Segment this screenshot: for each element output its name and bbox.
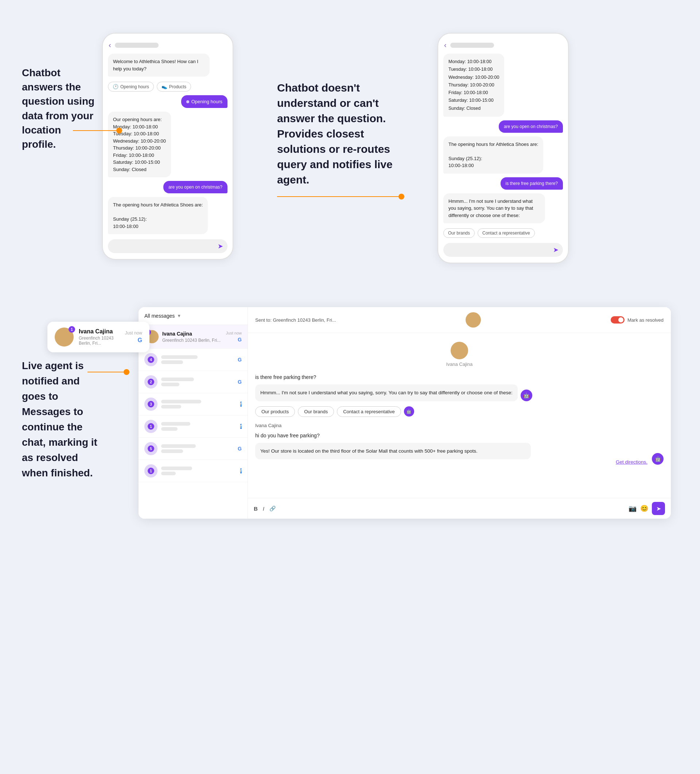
opening-hours-bubble: Our opening hours are: Monday: 10:00-18:…: [108, 112, 171, 177]
msg-row-6[interactable]: 1 f: [139, 460, 248, 482]
dot-indicator: [186, 100, 189, 103]
messages-sidebar: All messages ▼ 1 Ivana Cajina Greenfinch…: [139, 307, 248, 519]
msg-bars-5: [161, 444, 234, 453]
back-arrow-left[interactable]: ‹: [109, 41, 111, 49]
bar-2b: [161, 383, 179, 386]
msg-avatar-4: 1: [144, 420, 157, 433]
bar-1a: [161, 355, 198, 359]
italic-button[interactable]: I: [263, 506, 264, 512]
social-icon-1: G: [238, 357, 242, 362]
quick-reply-products[interactable]: 👟 Products: [157, 82, 191, 91]
quick-reply-representative-chat[interactable]: Contact a representative: [337, 406, 401, 417]
sidebar-header: All messages ▼: [139, 307, 248, 325]
brands-label: Our brands: [448, 230, 470, 236]
chat-input-actions: 📷 😊 ➤: [629, 502, 665, 515]
bot-avatar-qr: 🤖: [404, 406, 414, 417]
msg-row-5[interactable]: 5 G: [139, 438, 248, 460]
bot-avatar-1: 🤖: [521, 390, 532, 401]
msg-row-3[interactable]: 3 f: [139, 393, 248, 415]
chat-area-right: Monday: 10:00-18:00 Tuesday: 10:00-18:00…: [438, 54, 568, 238]
msg-avatar-3: 3: [144, 398, 157, 411]
phone-input-bar-left[interactable]: ➤: [108, 239, 228, 253]
msg-badge-6: 1: [148, 468, 154, 474]
contact-label: Contact a representative: [482, 230, 530, 236]
chat-contact-header: Ivana Cajina: [255, 339, 664, 370]
quick-replies-right: Our brands Contact a representative: [443, 228, 563, 238]
msg-content-4: [161, 422, 237, 431]
send-message-button[interactable]: ➤: [652, 502, 665, 515]
bar-5b: [161, 449, 183, 453]
label-middle-text: Chatbot doesn't understand or can't answ…: [277, 80, 401, 187]
google-icon: G: [138, 337, 142, 344]
phone-mockup-left: ‹ Welcome to Athlethica Shoes! How can I…: [102, 33, 233, 260]
quick-reply-products-label: Products: [169, 84, 186, 89]
bot-reply-row-2: Yes! Our store is located on the third f…: [255, 443, 664, 465]
quick-reply-brands-chat[interactable]: Our brands: [298, 406, 334, 417]
filter-label: All messages: [144, 313, 175, 319]
msg-row-2[interactable]: 2 G: [139, 371, 248, 393]
phone-name-placeholder: [115, 43, 158, 48]
chatbot-label-middle: Chatbot doesn't understand or can't answ…: [277, 80, 401, 197]
quick-reply-brands[interactable]: Our brands: [443, 228, 475, 238]
social-icon-6: f: [240, 468, 242, 473]
toggle-resolved[interactable]: [611, 316, 624, 324]
quick-reply-products-chat[interactable]: Our products: [255, 406, 295, 417]
phone-input-bar-right[interactable]: ➤: [443, 243, 563, 257]
chatbot-label-left: Chatbot answers the question using data …: [22, 66, 95, 151]
messages-panel: All messages ▼ 1 Ivana Cajina Greenfinch…: [139, 307, 671, 519]
attachment-icon[interactable]: 📷: [629, 504, 637, 513]
chat-header-avatar: [466, 312, 481, 327]
mark-resolved-label: Mark as resolved: [627, 318, 664, 323]
send-icon-right[interactable]: ➤: [553, 246, 558, 254]
christmas-reply-bubble: The opening hours for Athletica Shoes ar…: [108, 197, 208, 234]
bar-3a: [161, 400, 201, 404]
chat-section-name: Ivana Cajina: [255, 423, 664, 428]
msg-avatar-6: 1: [144, 464, 157, 478]
send-icon-left[interactable]: ➤: [218, 242, 223, 250]
christmas-reply-right: The opening hours for Athletica Shoes ar…: [443, 136, 543, 174]
user-highlight-card[interactable]: 1 Ivana Cajina Greenfinch 10243 Berlin, …: [48, 322, 150, 352]
quick-reply-hours-label: Opening hours: [121, 84, 149, 89]
bar-5a: [161, 444, 196, 448]
msg-bars-6: [161, 466, 237, 475]
user-bubble-parking: is there free parking there?: [500, 177, 563, 190]
user-badge: 1: [69, 326, 75, 332]
get-directions-link[interactable]: Get directions.: [255, 459, 649, 465]
emoji-icon[interactable]: 😊: [640, 504, 648, 513]
msg-row-1[interactable]: 4 G: [139, 349, 248, 371]
link-button[interactable]: 🔗: [269, 506, 276, 511]
quick-replies-left: 🕐 Opening hours 👟 Products: [108, 82, 228, 91]
hours-list-bubble: Monday: 10:00-18:00 Tuesday: 10:00-18:00…: [443, 54, 504, 117]
phone-name-placeholder-right: [450, 43, 494, 48]
user-bubble-hours-text: Opening hours: [192, 99, 223, 104]
social-icon-5: G: [238, 446, 242, 452]
quick-reply-contact[interactable]: Contact a representative: [477, 228, 535, 238]
bot-reply-row-1: Hmmm... I'm not sure I understand what y…: [255, 384, 664, 401]
bold-button[interactable]: B: [254, 506, 258, 512]
social-icon-4: f: [240, 424, 242, 429]
bar-4b: [161, 427, 178, 431]
bot-avatar-2: 🤖: [652, 453, 664, 465]
bot-reply-2: Yes! Our store is located on the third f…: [255, 443, 531, 460]
msg-content-1: [161, 355, 234, 364]
msg-content-3: [161, 400, 237, 408]
chat-input-area: B I 🔗 📷 😊 ➤: [248, 498, 671, 519]
hours-list-text: Monday: 10:00-18:00 Tuesday: 10:00-18:00…: [448, 58, 499, 112]
sent-to-label: Sent to: Greenfinch 10243 Berlin, Fri...: [255, 318, 336, 323]
back-arrow-right[interactable]: ‹: [444, 41, 447, 49]
phone-notch-right: ‹: [438, 41, 568, 54]
chat-user-msg-2: hi do you have free parking?: [255, 433, 664, 438]
chat-messages: Ivana Cajina is there free parking there…: [248, 333, 671, 498]
msg-bars-1: [161, 355, 234, 364]
quick-reply-opening-hours[interactable]: 🕐 Opening hours: [108, 82, 154, 91]
user-name: Ivana Cajina: [79, 328, 120, 335]
msg-badge-1: 4: [148, 356, 154, 363]
phone-notch-left: ‹: [103, 41, 233, 54]
chat-avatar-circle: [451, 342, 468, 359]
msg-list-item-active[interactable]: 1 Ivana Cajina Greenfinch 10243 Berlin, …: [139, 325, 248, 349]
msg-row-4[interactable]: 1 f: [139, 415, 248, 438]
mark-resolved-section[interactable]: Mark as resolved: [611, 316, 664, 324]
bar-1b: [161, 361, 183, 364]
bar-4a: [161, 422, 190, 426]
filter-select[interactable]: All messages ▼: [144, 313, 181, 319]
